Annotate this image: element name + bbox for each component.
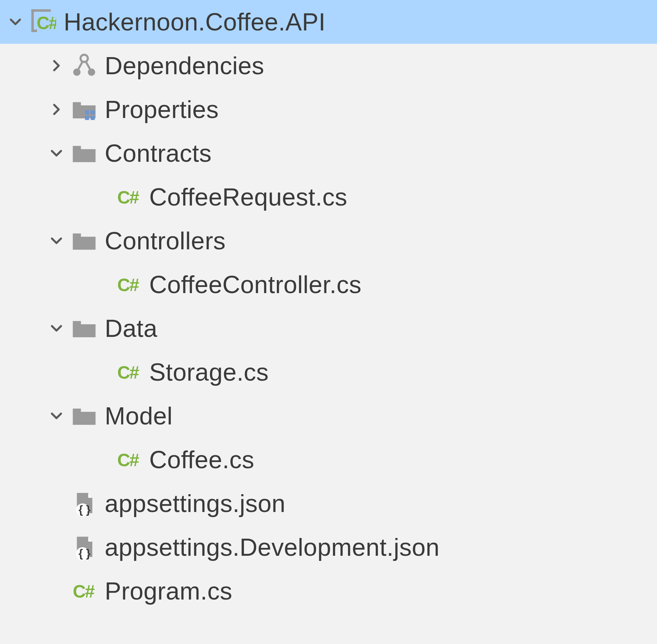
tree-item-appsettings-dev[interactable]: appsettings.Development.json <box>0 525 657 569</box>
csharp-file-icon <box>113 359 144 385</box>
dependencies-icon <box>68 53 100 79</box>
json-file-icon <box>68 534 100 560</box>
chevron-down-icon[interactable] <box>3 15 27 29</box>
tree-item-appsettings[interactable]: appsettings.json <box>0 482 657 525</box>
tree-item-label: Controllers <box>105 227 226 255</box>
chevron-right-icon[interactable] <box>44 59 68 73</box>
project-tree: Hackernoon.Coffee.API Dependencies Prope… <box>0 0 657 644</box>
csharp-project-icon <box>27 9 59 35</box>
csharp-file-icon <box>113 184 144 210</box>
folder-icon <box>68 315 100 341</box>
tree-item-contracts[interactable]: Contracts <box>0 131 657 175</box>
csharp-file-icon <box>68 578 100 604</box>
tree-item-data[interactable]: Data <box>0 306 657 350</box>
folder-icon <box>68 140 100 166</box>
tree-item-label: CoffeeRequest.cs <box>149 183 347 211</box>
json-file-icon <box>68 490 100 516</box>
folder-icon <box>68 228 100 254</box>
tree-item-label: Coffee.cs <box>149 446 254 474</box>
tree-item-label: Program.cs <box>105 577 232 605</box>
csharp-file-icon <box>113 447 144 473</box>
tree-item-label: Storage.cs <box>149 358 269 386</box>
tree-item-coffeerequest[interactable]: CoffeeRequest.cs <box>0 175 657 219</box>
tree-item-label: appsettings.json <box>105 489 285 517</box>
tree-item-label: CoffeeController.cs <box>149 271 361 299</box>
chevron-down-icon[interactable] <box>44 409 68 423</box>
tree-item-model[interactable]: Model <box>0 394 657 438</box>
tree-item-program[interactable]: Program.cs <box>0 569 657 613</box>
tree-item-storage[interactable]: Storage.cs <box>0 350 657 394</box>
tree-item-project[interactable]: Hackernoon.Coffee.API <box>0 0 657 44</box>
folder-properties-icon <box>68 96 100 122</box>
chevron-down-icon[interactable] <box>44 146 68 160</box>
tree-item-label: Data <box>105 314 157 342</box>
chevron-down-icon[interactable] <box>44 234 68 248</box>
tree-item-properties[interactable]: Properties <box>0 88 657 131</box>
project-name-label: Hackernoon.Coffee.API <box>64 8 326 36</box>
tree-item-dependencies[interactable]: Dependencies <box>0 44 657 88</box>
tree-item-label: appsettings.Development.json <box>105 533 440 561</box>
tree-item-label: Model <box>105 402 173 430</box>
chevron-right-icon[interactable] <box>44 103 68 116</box>
csharp-file-icon <box>113 272 144 298</box>
tree-item-coffee[interactable]: Coffee.cs <box>0 438 657 482</box>
tree-item-label: Contracts <box>105 139 212 167</box>
tree-item-controllers[interactable]: Controllers <box>0 219 657 263</box>
folder-icon <box>68 403 100 429</box>
tree-item-label: Dependencies <box>105 52 264 80</box>
chevron-down-icon[interactable] <box>44 321 68 335</box>
tree-item-label: Properties <box>105 95 219 123</box>
tree-item-coffeecontroller[interactable]: CoffeeController.cs <box>0 263 657 306</box>
